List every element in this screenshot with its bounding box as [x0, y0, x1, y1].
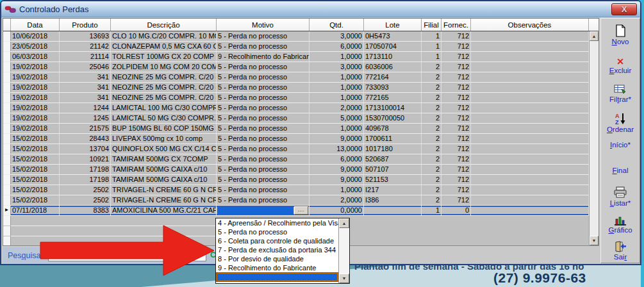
- cell-desc[interactable]: LAMICTAL 100 MG C/30 COMPR. (B) CO: [111, 103, 217, 113]
- cell-fornec[interactable]: 0: [442, 206, 471, 215]
- cell-motivo[interactable]: 5 - Perda no processo: [217, 93, 310, 102]
- cell-desc[interactable]: CLO 10 MG.C/20 COMPR. 10 MG.C/20 C: [111, 31, 217, 41]
- table-row[interactable]: 15/02/20182502TRIVAGEL-N CREME 60 G N CR…: [3, 195, 599, 206]
- cell-desc[interactable]: TRIVAGEL-N CREME 60 G N CR 60 G: [111, 185, 217, 195]
- cell-product[interactable]: 13693: [60, 31, 111, 41]
- cell-filial[interactable]: 1: [422, 31, 442, 41]
- cell-obs[interactable]: [471, 206, 589, 215]
- cell-fornec[interactable]: 712: [442, 42, 471, 51]
- cell-qtd[interactable]: 9,0000: [310, 134, 364, 144]
- row-indicator[interactable]: [3, 31, 11, 41]
- cell-qtd[interactable]: 1,0000: [310, 93, 364, 102]
- cell-lote[interactable]: 772165: [364, 93, 422, 102]
- table-row[interactable]: 15/02/201813704QUINOFLOX 500 MG CX C/14 …: [3, 144, 599, 154]
- cell-lote[interactable]: 733093: [364, 83, 422, 92]
- cell-date[interactable]: 10/06/2018: [11, 31, 60, 41]
- cell-fornec[interactable]: 712: [442, 113, 471, 123]
- cell-qtd[interactable]: 6,0000: [310, 42, 364, 51]
- cell-lote[interactable]: I217: [364, 185, 422, 195]
- cell-product[interactable]: 17198: [60, 165, 111, 174]
- cell-motivo[interactable]: 5 - Perda no processo: [217, 175, 310, 184]
- cell-obs[interactable]: [471, 113, 589, 123]
- dropdown-item[interactable]: 8 - Por desvio de qualidade: [216, 254, 338, 263]
- cell-product[interactable]: 341: [60, 83, 111, 92]
- cell-date[interactable]: 15/02/2018: [11, 154, 60, 164]
- cell-date[interactable]: 15/02/2018: [11, 165, 60, 174]
- cell-qtd[interactable]: 1,0000: [310, 72, 364, 82]
- dropdown-item[interactable]: 5 - Perda no processo: [216, 227, 338, 236]
- cell-fornec[interactable]: 712: [442, 93, 471, 102]
- cell-fornec[interactable]: 712: [442, 31, 471, 41]
- table-row[interactable]: 15/02/20182502TRIVAGEL-N CREME 60 G N CR…: [3, 185, 599, 195]
- cell-product[interactable]: 21575: [60, 124, 111, 133]
- cell-product[interactable]: 28443: [60, 134, 111, 144]
- motivo-combobox[interactable]: ...: [217, 206, 310, 215]
- cell-filial[interactable]: 1: [422, 42, 442, 51]
- scroll-up-icon[interactable]: ▲: [590, 31, 599, 41]
- column-header-filial[interactable]: Filial: [422, 19, 442, 31]
- cell-desc[interactable]: TOLREST 100MG CX 20 COMP: [111, 52, 217, 62]
- cell-lote[interactable]: I386: [364, 195, 422, 205]
- cell-qtd[interactable]: 13,0000: [310, 144, 364, 154]
- cell-desc[interactable]: QUINOFLOX 500 MG CX C/14 COMP: [111, 144, 217, 154]
- cell-qtd[interactable]: 1,0000: [310, 185, 364, 195]
- table-row[interactable]: 19/02/2018341NEOZINE 25 MG COMPR. C/20 (…: [3, 72, 599, 83]
- cell-lote[interactable]: 409678: [364, 124, 422, 133]
- cell-motivo[interactable]: 5 - Perda no processo: [217, 185, 310, 195]
- cell-obs[interactable]: [471, 144, 589, 154]
- cell-obs[interactable]: [471, 134, 589, 144]
- row-indicator[interactable]: [3, 165, 11, 174]
- cell-product[interactable]: 2502: [60, 185, 111, 195]
- row-indicator[interactable]: [3, 144, 11, 154]
- cell-obs[interactable]: [471, 93, 589, 102]
- cell-motivo[interactable]: 5 - Perda no processo: [217, 195, 310, 205]
- cell-qtd[interactable]: 1,0000: [310, 124, 364, 133]
- cell-motivo[interactable]: 5 - Perda no processo: [217, 42, 310, 51]
- row-indicator[interactable]: [3, 72, 11, 82]
- cell-date[interactable]: 19/02/2018: [11, 72, 60, 82]
- cell-lote[interactable]: 507107: [364, 165, 422, 174]
- dropdown-scroll-down-icon[interactable]: ▼: [339, 274, 349, 283]
- cell-desc[interactable]: TAMIRAM 500MG CAIXA c/10: [111, 175, 217, 184]
- cell-qtd[interactable]: 3,0000: [310, 31, 364, 41]
- cell-obs[interactable]: [471, 103, 589, 113]
- cell-qtd[interactable]: 0,0000: [310, 206, 364, 215]
- cell-motivo[interactable]: 5 - Perda no processo: [217, 124, 310, 133]
- column-header-lote[interactable]: Lote: [364, 19, 422, 31]
- cell-filial[interactable]: 2: [422, 72, 442, 82]
- cell-fornec[interactable]: 712: [442, 195, 471, 205]
- row-indicator[interactable]: [3, 62, 11, 72]
- table-row[interactable]: 06/03/201821114TOLREST 100MG CX 20 COMP9…: [3, 52, 599, 62]
- table-row[interactable]: 15/02/201810921TAMIRAM 500MG CX 7COMP5 -…: [3, 154, 599, 165]
- combobox-ellipsis-button[interactable]: ...: [294, 206, 308, 215]
- cell-fornec[interactable]: 712: [442, 52, 471, 62]
- dropdown-item[interactable]: 9 - Recolhimento do Fabricante: [216, 263, 338, 272]
- cell-lote[interactable]: [364, 206, 422, 215]
- cell-product[interactable]: 2502: [60, 195, 111, 205]
- cell-filial[interactable]: 2: [422, 103, 442, 113]
- cell-filial[interactable]: 2: [422, 185, 442, 195]
- table-row[interactable]: 19/02/2018341NEOZINE 25 MG COMPR. C/20 (…: [3, 83, 599, 93]
- cell-obs[interactable]: [471, 124, 589, 133]
- row-indicator[interactable]: [3, 83, 11, 92]
- cell-obs[interactable]: [471, 154, 589, 164]
- table-row[interactable]: 19/02/20181244LAMICTAL 100 MG C/30 COMPR…: [3, 103, 599, 113]
- table-row[interactable]: 10/06/201813693CLO 10 MG.C/20 COMPR. 10 …: [3, 31, 599, 42]
- cell-lote[interactable]: 772164: [364, 72, 422, 82]
- column-header-produto[interactable]: Produto: [60, 19, 111, 31]
- cell-date[interactable]: 23/05/2018: [11, 42, 60, 51]
- cell-motivo[interactable]: 5 - Perda no processo: [217, 165, 310, 174]
- cell-lote[interactable]: 1700611: [364, 134, 422, 144]
- row-indicator[interactable]: [3, 93, 11, 102]
- cell-desc[interactable]: BUP 150MG BL 60 COP 150MG BL X 60: [111, 124, 217, 133]
- cell-obs[interactable]: [471, 165, 589, 174]
- cell-product[interactable]: 13704: [60, 144, 111, 154]
- column-header-qtd[interactable]: Qtd.: [310, 19, 364, 31]
- cell-obs[interactable]: [471, 195, 589, 205]
- combobox-selection[interactable]: [217, 207, 293, 215]
- cell-motivo[interactable]: 5 - Perda no processo: [217, 83, 310, 92]
- cell-product[interactable]: 10921: [60, 154, 111, 164]
- cell-fornec[interactable]: 712: [442, 154, 471, 164]
- cell-lote[interactable]: 1713110: [364, 52, 422, 62]
- cell-filial[interactable]: 2: [422, 83, 442, 92]
